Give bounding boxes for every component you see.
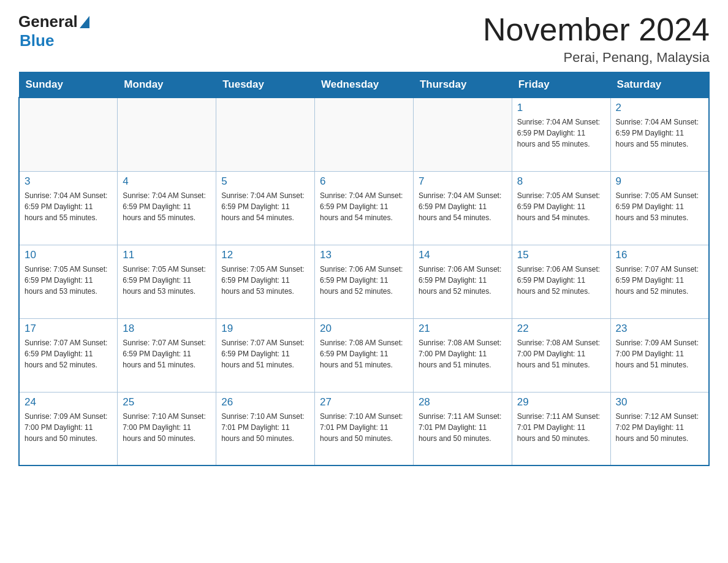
day-number: 16 bbox=[616, 249, 703, 261]
day-number: 15 bbox=[517, 249, 605, 261]
calendar-cell: 8Sunrise: 7:05 AM Sunset: 6:59 PM Daylig… bbox=[512, 171, 610, 245]
day-number: 8 bbox=[517, 175, 605, 188]
calendar-cell: 27Sunrise: 7:10 AM Sunset: 7:01 PM Dayli… bbox=[315, 392, 414, 465]
day-info: Sunrise: 7:06 AM Sunset: 6:59 PM Dayligh… bbox=[320, 264, 408, 297]
day-number: 5 bbox=[221, 175, 309, 188]
day-number: 26 bbox=[221, 396, 309, 408]
day-number: 19 bbox=[221, 323, 309, 335]
day-number: 11 bbox=[123, 249, 211, 261]
calendar-cell: 18Sunrise: 7:07 AM Sunset: 6:59 PM Dayli… bbox=[118, 318, 216, 392]
day-number: 22 bbox=[517, 323, 605, 335]
day-info: Sunrise: 7:08 AM Sunset: 7:00 PM Dayligh… bbox=[517, 337, 605, 370]
day-info: Sunrise: 7:07 AM Sunset: 6:59 PM Dayligh… bbox=[25, 337, 112, 370]
calendar-cell: 13Sunrise: 7:06 AM Sunset: 6:59 PM Dayli… bbox=[315, 245, 414, 318]
calendar-cell: 2Sunrise: 7:04 AM Sunset: 6:59 PM Daylig… bbox=[610, 98, 709, 171]
day-number: 7 bbox=[419, 175, 507, 188]
calendar-cell bbox=[413, 98, 512, 171]
calendar-cell: 20Sunrise: 7:08 AM Sunset: 6:59 PM Dayli… bbox=[315, 318, 414, 392]
calendar-cell bbox=[19, 98, 118, 171]
logo: General Blue bbox=[18, 12, 89, 50]
calendar-cell: 17Sunrise: 7:07 AM Sunset: 6:59 PM Dayli… bbox=[19, 318, 118, 392]
calendar-cell: 7Sunrise: 7:04 AM Sunset: 6:59 PM Daylig… bbox=[413, 171, 512, 245]
day-info: Sunrise: 7:05 AM Sunset: 6:59 PM Dayligh… bbox=[123, 264, 211, 297]
day-number: 13 bbox=[320, 249, 408, 261]
calendar-cell: 23Sunrise: 7:09 AM Sunset: 7:00 PM Dayli… bbox=[610, 318, 709, 392]
calendar-cell: 5Sunrise: 7:04 AM Sunset: 6:59 PM Daylig… bbox=[216, 171, 315, 245]
calendar-cell: 21Sunrise: 7:08 AM Sunset: 7:00 PM Dayli… bbox=[413, 318, 512, 392]
logo-general-text: General bbox=[18, 12, 78, 31]
day-info: Sunrise: 7:05 AM Sunset: 6:59 PM Dayligh… bbox=[517, 190, 605, 223]
logo-blue-text: Blue bbox=[20, 31, 54, 50]
day-number: 18 bbox=[123, 323, 211, 335]
calendar-cell: 26Sunrise: 7:10 AM Sunset: 7:01 PM Dayli… bbox=[216, 392, 315, 465]
calendar-cell: 10Sunrise: 7:05 AM Sunset: 6:59 PM Dayli… bbox=[19, 245, 118, 318]
day-info: Sunrise: 7:09 AM Sunset: 7:00 PM Dayligh… bbox=[616, 337, 703, 370]
calendar-day-header: Wednesday bbox=[315, 72, 414, 98]
calendar-cell: 28Sunrise: 7:11 AM Sunset: 7:01 PM Dayli… bbox=[413, 392, 512, 465]
calendar-subtitle: Perai, Penang, Malaysia bbox=[483, 50, 710, 66]
calendar-cell: 14Sunrise: 7:06 AM Sunset: 6:59 PM Dayli… bbox=[413, 245, 512, 318]
day-info: Sunrise: 7:08 AM Sunset: 6:59 PM Dayligh… bbox=[320, 337, 408, 370]
day-number: 9 bbox=[616, 175, 703, 188]
day-info: Sunrise: 7:07 AM Sunset: 6:59 PM Dayligh… bbox=[123, 337, 211, 370]
calendar-day-header: Thursday bbox=[413, 72, 512, 98]
day-info: Sunrise: 7:06 AM Sunset: 6:59 PM Dayligh… bbox=[419, 264, 507, 297]
day-info: Sunrise: 7:04 AM Sunset: 6:59 PM Dayligh… bbox=[221, 190, 309, 223]
day-info: Sunrise: 7:10 AM Sunset: 7:00 PM Dayligh… bbox=[123, 411, 211, 444]
calendar-day-header: Tuesday bbox=[216, 72, 315, 98]
day-info: Sunrise: 7:07 AM Sunset: 6:59 PM Dayligh… bbox=[616, 264, 703, 297]
day-info: Sunrise: 7:06 AM Sunset: 6:59 PM Dayligh… bbox=[517, 264, 605, 297]
calendar-cell: 29Sunrise: 7:11 AM Sunset: 7:01 PM Dayli… bbox=[512, 392, 610, 465]
calendar-cell: 11Sunrise: 7:05 AM Sunset: 6:59 PM Dayli… bbox=[118, 245, 216, 318]
calendar-cell bbox=[118, 98, 216, 171]
calendar-cell: 25Sunrise: 7:10 AM Sunset: 7:00 PM Dayli… bbox=[118, 392, 216, 465]
day-number: 10 bbox=[25, 249, 112, 261]
day-number: 29 bbox=[517, 396, 605, 408]
day-number: 23 bbox=[616, 323, 703, 335]
day-info: Sunrise: 7:12 AM Sunset: 7:02 PM Dayligh… bbox=[616, 411, 703, 444]
logo-triangle-icon bbox=[80, 16, 89, 28]
page-header: General Blue November 2024 Perai, Penang… bbox=[18, 12, 710, 66]
day-info: Sunrise: 7:04 AM Sunset: 6:59 PM Dayligh… bbox=[320, 190, 408, 223]
calendar-cell: 15Sunrise: 7:06 AM Sunset: 6:59 PM Dayli… bbox=[512, 245, 610, 318]
day-info: Sunrise: 7:07 AM Sunset: 6:59 PM Dayligh… bbox=[221, 337, 309, 370]
calendar-day-header: Friday bbox=[512, 72, 610, 98]
day-number: 6 bbox=[320, 175, 408, 188]
calendar-week-row: 17Sunrise: 7:07 AM Sunset: 6:59 PM Dayli… bbox=[19, 318, 709, 392]
calendar-day-header: Sunday bbox=[19, 72, 118, 98]
day-info: Sunrise: 7:04 AM Sunset: 6:59 PM Dayligh… bbox=[25, 190, 112, 223]
day-info: Sunrise: 7:04 AM Sunset: 6:59 PM Dayligh… bbox=[517, 117, 605, 150]
day-info: Sunrise: 7:05 AM Sunset: 6:59 PM Dayligh… bbox=[221, 264, 309, 297]
calendar-cell: 9Sunrise: 7:05 AM Sunset: 6:59 PM Daylig… bbox=[610, 171, 709, 245]
calendar-cell bbox=[315, 98, 414, 171]
calendar-cell: 4Sunrise: 7:04 AM Sunset: 6:59 PM Daylig… bbox=[118, 171, 216, 245]
calendar-cell: 6Sunrise: 7:04 AM Sunset: 6:59 PM Daylig… bbox=[315, 171, 414, 245]
calendar-cell: 16Sunrise: 7:07 AM Sunset: 6:59 PM Dayli… bbox=[610, 245, 709, 318]
calendar-cell: 12Sunrise: 7:05 AM Sunset: 6:59 PM Dayli… bbox=[216, 245, 315, 318]
calendar-cell: 30Sunrise: 7:12 AM Sunset: 7:02 PM Dayli… bbox=[610, 392, 709, 465]
day-number: 12 bbox=[221, 249, 309, 261]
day-number: 27 bbox=[320, 396, 408, 408]
day-info: Sunrise: 7:04 AM Sunset: 6:59 PM Dayligh… bbox=[616, 117, 703, 150]
day-info: Sunrise: 7:04 AM Sunset: 6:59 PM Dayligh… bbox=[123, 190, 211, 223]
calendar-cell: 22Sunrise: 7:08 AM Sunset: 7:00 PM Dayli… bbox=[512, 318, 610, 392]
day-info: Sunrise: 7:09 AM Sunset: 7:00 PM Dayligh… bbox=[25, 411, 112, 444]
calendar-week-row: 1Sunrise: 7:04 AM Sunset: 6:59 PM Daylig… bbox=[19, 98, 709, 171]
calendar-day-header: Saturday bbox=[610, 72, 709, 98]
day-info: Sunrise: 7:10 AM Sunset: 7:01 PM Dayligh… bbox=[221, 411, 309, 444]
calendar-week-row: 3Sunrise: 7:04 AM Sunset: 6:59 PM Daylig… bbox=[19, 171, 709, 245]
day-number: 3 bbox=[25, 175, 112, 188]
day-number: 14 bbox=[419, 249, 507, 261]
day-info: Sunrise: 7:05 AM Sunset: 6:59 PM Dayligh… bbox=[25, 264, 112, 297]
calendar-day-header: Monday bbox=[118, 72, 216, 98]
day-number: 20 bbox=[320, 323, 408, 335]
calendar-title: November 2024 bbox=[483, 12, 710, 47]
day-info: Sunrise: 7:10 AM Sunset: 7:01 PM Dayligh… bbox=[320, 411, 408, 444]
day-number: 30 bbox=[616, 396, 703, 408]
day-number: 17 bbox=[25, 323, 112, 335]
calendar-cell: 24Sunrise: 7:09 AM Sunset: 7:00 PM Dayli… bbox=[19, 392, 118, 465]
calendar-table: SundayMondayTuesdayWednesdayThursdayFrid… bbox=[18, 72, 710, 466]
day-number: 1 bbox=[517, 102, 605, 114]
day-info: Sunrise: 7:04 AM Sunset: 6:59 PM Dayligh… bbox=[419, 190, 507, 223]
calendar-cell: 19Sunrise: 7:07 AM Sunset: 6:59 PM Dayli… bbox=[216, 318, 315, 392]
